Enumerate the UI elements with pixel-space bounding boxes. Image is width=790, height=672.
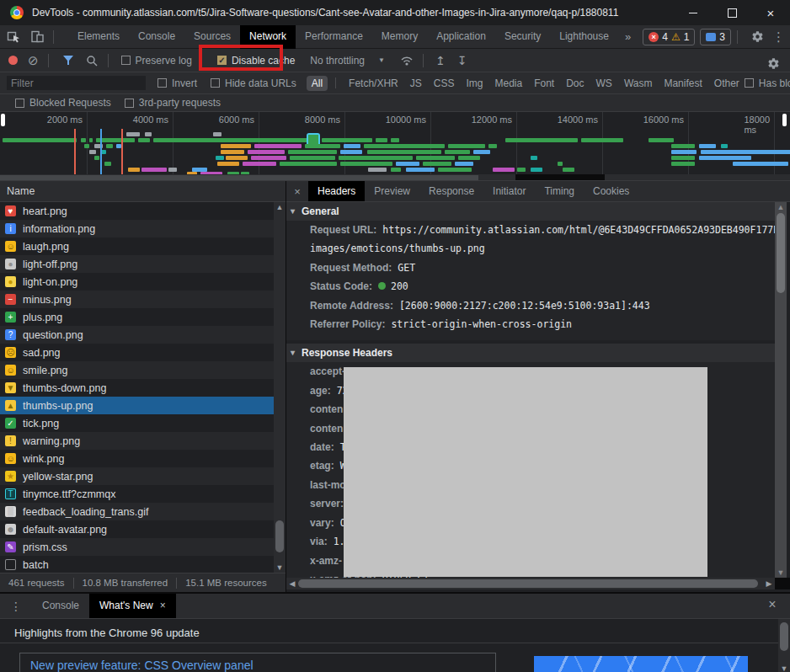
- record-button[interactable]: [8, 56, 18, 65]
- request-row[interactable]: ▒feedback_loading_trans.gif: [0, 503, 274, 520]
- preserve-log-toggle[interactable]: Preserve log: [121, 55, 192, 67]
- request-row[interactable]: !warning.png: [0, 432, 274, 450]
- filter-type-doc[interactable]: Doc: [561, 76, 589, 91]
- scrollbar-thumb[interactable]: [275, 520, 284, 552]
- request-row[interactable]: ✓tick.png: [0, 414, 274, 432]
- drawer-scrollbar[interactable]: ▼: [778, 619, 790, 672]
- request-row[interactable]: ☺smile.png: [0, 361, 274, 379]
- more-tabs-chevron-icon[interactable]: »: [618, 30, 638, 43]
- response-headers-section-header[interactable]: Response Headers: [286, 344, 775, 362]
- filter-type-all[interactable]: All: [307, 76, 328, 91]
- details-tab-initiator[interactable]: Initiator: [483, 181, 535, 201]
- network-conditions-icon[interactable]: [397, 51, 417, 70]
- tab-lighthouse[interactable]: Lighthouse: [550, 25, 618, 49]
- kebab-menu-icon[interactable]: ⋮: [767, 29, 790, 45]
- scroll-left-icon[interactable]: ◀: [286, 578, 298, 589]
- close-tab-icon[interactable]: ×: [160, 594, 166, 618]
- filter-type-ws[interactable]: WS: [591, 76, 617, 91]
- scroll-right-icon[interactable]: ▶: [763, 578, 775, 589]
- has-blocked-cookies-checkbox[interactable]: [745, 78, 754, 88]
- filter-funnel-icon[interactable]: [58, 51, 78, 70]
- drawer-tab-whats-new[interactable]: What's New ×: [89, 594, 176, 618]
- request-row[interactable]: ☺laugh.png: [0, 237, 274, 255]
- throttling-dropdown[interactable]: No throttling ▼: [310, 55, 385, 67]
- scrollbar-thumb[interactable]: [777, 213, 785, 293]
- details-tab-headers[interactable]: Headers: [308, 181, 365, 201]
- request-row[interactable]: ▼thumbs-down.png: [0, 379, 274, 397]
- drawer-tab-console[interactable]: Console: [32, 594, 89, 618]
- filter-type-js[interactable]: JS: [405, 76, 427, 91]
- issues-badge[interactable]: × 4 ⚠ 1: [643, 29, 695, 45]
- filter-type-img[interactable]: Img: [461, 76, 488, 91]
- details-tab-preview[interactable]: Preview: [365, 181, 419, 201]
- clear-icon[interactable]: ⊘: [28, 55, 39, 67]
- hide-data-urls-toggle[interactable]: Hide data URLs: [211, 77, 296, 89]
- close-details-icon[interactable]: ×: [286, 185, 308, 198]
- invert-checkbox[interactable]: [157, 78, 167, 88]
- drawer-kebab-menu-icon[interactable]: ⋮: [0, 600, 32, 613]
- request-row[interactable]: ★yellow-star.png: [0, 467, 274, 485]
- request-row[interactable]: +plus.png: [0, 308, 274, 326]
- filter-type-media[interactable]: Media: [489, 76, 527, 91]
- third-party-toggle[interactable]: 3rd-party requests: [125, 97, 221, 109]
- whats-new-card-title[interactable]: New preview feature: CSS Overview panel: [20, 653, 495, 672]
- device-toolbar-icon[interactable]: [27, 28, 47, 46]
- details-tab-cookies[interactable]: Cookies: [584, 181, 638, 201]
- filter-type-css[interactable]: CSS: [429, 76, 460, 91]
- tab-security[interactable]: Security: [495, 25, 550, 49]
- overview-right-handle[interactable]: [782, 114, 787, 126]
- tab-memory[interactable]: Memory: [372, 25, 427, 49]
- whats-new-card[interactable]: New preview feature: CSS Overview panel: [19, 653, 496, 672]
- import-har-icon[interactable]: ↥: [430, 54, 451, 67]
- request-row[interactable]: ☺wink.png: [0, 450, 274, 467]
- invert-toggle[interactable]: Invert: [157, 77, 197, 89]
- settings-gear-icon[interactable]: [747, 28, 767, 46]
- details-horizontal-scrollbar[interactable]: ◀ ▶: [286, 578, 790, 589]
- request-row[interactable]: −minus.png: [0, 291, 274, 308]
- scroll-up-icon[interactable]: ▲: [274, 202, 286, 212]
- filter-type-font[interactable]: Font: [529, 76, 559, 91]
- request-row[interactable]: ●light-on.png: [0, 273, 274, 291]
- overview-left-handle[interactable]: [1, 114, 5, 126]
- request-row[interactable]: ☻default-avatar.png: [0, 520, 274, 538]
- third-party-checkbox[interactable]: [125, 99, 134, 108]
- scroll-down-icon[interactable]: ▼: [778, 664, 790, 672]
- request-row[interactable]: ♥heart.png: [0, 202, 274, 220]
- tab-console[interactable]: Console: [129, 25, 184, 49]
- preserve-log-checkbox[interactable]: [121, 56, 131, 65]
- scroll-down-icon[interactable]: ▼: [274, 563, 286, 573]
- tab-elements[interactable]: Elements: [68, 25, 129, 49]
- inspect-element-icon[interactable]: [3, 28, 24, 46]
- blocked-requests-checkbox[interactable]: [15, 99, 24, 108]
- filter-type-other[interactable]: Other: [709, 76, 745, 91]
- blocked-requests-toggle[interactable]: Blocked Requests: [15, 97, 111, 109]
- messages-badge[interactable]: 3: [700, 29, 731, 45]
- name-column-header[interactable]: Name: [0, 181, 286, 202]
- network-overview[interactable]: 2000 ms4000 ms6000 ms8000 ms10000 ms1200…: [0, 112, 790, 181]
- minimize-button[interactable]: [674, 0, 713, 25]
- network-settings-gear-icon[interactable]: [763, 54, 783, 72]
- overview-scrollbar[interactable]: [0, 174, 790, 181]
- filter-input[interactable]: [7, 76, 146, 90]
- details-scrollbar[interactable]: ▲ ▼: [775, 202, 787, 578]
- tab-application[interactable]: Application: [427, 25, 495, 49]
- filter-type-manifest[interactable]: Manifest: [659, 76, 707, 91]
- scroll-down-icon[interactable]: ▼: [775, 568, 787, 578]
- has-blocked-cookies-toggle[interactable]: Has blocked cookies: [745, 77, 790, 89]
- export-har-icon[interactable]: ↧: [451, 54, 473, 67]
- request-list-scrollbar[interactable]: ▲ ▼: [274, 202, 286, 573]
- close-drawer-icon[interactable]: ×: [763, 597, 782, 612]
- close-button[interactable]: ×: [751, 0, 790, 25]
- general-section-header[interactable]: General: [286, 202, 775, 221]
- request-row[interactable]: ☹sad.png: [0, 344, 274, 361]
- request-row[interactable]: ✎prism.css: [0, 538, 274, 556]
- request-row[interactable]: Ttinymce.ttf?czmmqx: [0, 485, 274, 503]
- search-icon[interactable]: [82, 51, 102, 70]
- request-row[interactable]: ▲thumbs-up.png: [0, 397, 274, 414]
- request-row[interactable]: iinformation.png: [0, 220, 274, 237]
- request-row[interactable]: ●light-off.png: [0, 255, 274, 273]
- scrollbar-thumb[interactable]: [780, 622, 788, 651]
- maximize-button[interactable]: [713, 0, 751, 25]
- request-row[interactable]: ?question.png: [0, 326, 274, 344]
- request-row[interactable]: batch: [0, 556, 274, 573]
